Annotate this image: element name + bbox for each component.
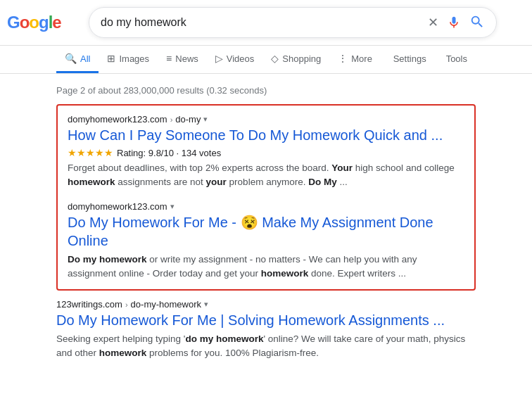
highlighted-results-box: domyhomework123.com › do-my ▾ How Can I … bbox=[56, 104, 476, 291]
search-button[interactable] bbox=[469, 14, 485, 32]
results-stats: Page 2 of about 283,000,000 results (0.3… bbox=[56, 85, 476, 96]
tab-news[interactable]: ≡ News bbox=[158, 46, 207, 73]
result-url-line: 123writings.com › do-my-homework ▾ bbox=[56, 299, 476, 310]
search-tabs: 🔍 All ⊞ Images ≡ News ▷ Videos ◇ Shoppin… bbox=[0, 46, 532, 74]
tab-images[interactable]: ⊞ Images bbox=[99, 46, 158, 73]
result-snippet: Forget about deadlines, with top 2% expe… bbox=[68, 161, 464, 190]
rating-stars: ★★★★★ bbox=[68, 147, 113, 158]
tab-settings[interactable]: Settings bbox=[385, 46, 435, 73]
search-result: domyhomework123.com › do-my ▾ How Can I … bbox=[68, 114, 464, 190]
result-snippet: Do my homework or write my assignment - … bbox=[68, 253, 464, 281]
breadcrumb-arrow: › bbox=[170, 115, 173, 124]
tab-all[interactable]: 🔍 All bbox=[56, 46, 99, 73]
search-result: 123writings.com › do-my-homework ▾ Do My… bbox=[56, 299, 476, 361]
result-title[interactable]: Do My Homework For Me - 😵 Make My Assign… bbox=[68, 213, 464, 250]
result-url: domyhomework123.com bbox=[68, 114, 167, 125]
result-url-line: domyhomework123.com ▾ bbox=[68, 201, 464, 212]
search-header: Google ✕ bbox=[0, 0, 532, 46]
result-snippet: Seeking expert helping typing 'do my hom… bbox=[56, 332, 476, 361]
search-input[interactable] bbox=[101, 16, 421, 29]
result-url-path: do-my bbox=[175, 114, 201, 125]
tab-videos[interactable]: ▷ Videos bbox=[207, 46, 263, 73]
news-icon: ≡ bbox=[166, 53, 172, 64]
result-title[interactable]: How Can I Pay Someone To Do My Homework … bbox=[68, 126, 464, 144]
tab-shopping[interactable]: ◇ Shopping bbox=[262, 46, 329, 73]
result-url: 123writings.com bbox=[56, 299, 122, 310]
search-result: domyhomework123.com ▾ Do My Homework For… bbox=[68, 201, 464, 281]
tab-tools[interactable]: Tools bbox=[438, 46, 476, 73]
search-bar[interactable]: ✕ bbox=[89, 7, 497, 38]
rating-text: Rating: 9.8/10 · 134 votes bbox=[117, 148, 221, 158]
breadcrumb-arrow: › bbox=[125, 300, 128, 309]
more-dots-icon: ⋮ bbox=[338, 53, 348, 64]
all-icon: 🔍 bbox=[65, 53, 77, 64]
videos-icon: ▷ bbox=[215, 53, 223, 64]
result-dropdown-icon[interactable]: ▾ bbox=[170, 202, 175, 211]
mic-icon[interactable] bbox=[447, 15, 461, 30]
result-rating: ★★★★★ Rating: 9.8/10 · 134 votes bbox=[68, 147, 464, 158]
shopping-icon: ◇ bbox=[271, 53, 279, 64]
results-area: Page 2 of about 283,000,000 results (0.3… bbox=[0, 74, 532, 383]
result-title[interactable]: Do My Homework For Me | Solving Homework… bbox=[56, 311, 476, 329]
result-url-line: domyhomework123.com › do-my ▾ bbox=[68, 114, 464, 125]
tab-more[interactable]: ⋮ More bbox=[329, 46, 381, 73]
images-icon: ⊞ bbox=[107, 53, 115, 64]
result-url-path: do-my-homework bbox=[131, 299, 201, 310]
clear-icon[interactable]: ✕ bbox=[428, 15, 438, 30]
result-dropdown-icon[interactable]: ▾ bbox=[204, 300, 208, 309]
result-url: domyhomework123.com bbox=[68, 201, 167, 212]
result-dropdown-icon[interactable]: ▾ bbox=[203, 115, 208, 124]
